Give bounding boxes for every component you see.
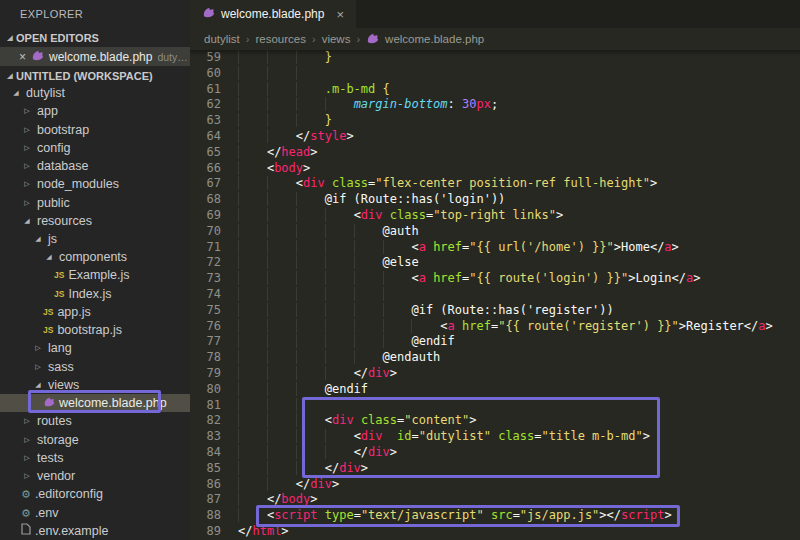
code-line[interactable]: 65 </head> (190, 145, 800, 161)
code-text: <div class="top-right links"> (238, 208, 563, 224)
tree-item-label: .env.example (35, 524, 108, 538)
section-open-editors[interactable]: ◢ OPEN EDITORS (0, 28, 190, 47)
chevron-collapsed-icon: ▷ (21, 472, 33, 480)
code-line[interactable]: 76 <a href="{{ route('register') }}">Reg… (190, 319, 800, 335)
code-line[interactable]: 78 @endauth (190, 350, 800, 366)
tree-item-bootstrap-js[interactable]: JSbootstrap.js (0, 321, 190, 339)
line-number: 66 (190, 161, 238, 177)
line-number: 86 (190, 477, 238, 493)
code-text: } (238, 50, 332, 66)
code-line[interactable]: 85 </div> (190, 461, 800, 477)
code-line[interactable]: 68 @if (Route::has('login')) (190, 192, 800, 208)
chevron-right-icon: › (312, 33, 316, 45)
code-line[interactable]: 89</html> (190, 524, 800, 540)
code-line[interactable]: 88 <script type="text/javascript" src="j… (190, 508, 800, 524)
tree-item--env-example[interactable]: .env.example (0, 522, 190, 540)
tree-item-database[interactable]: ▷database (0, 157, 190, 175)
tree-item--env[interactable]: ⚙.env (0, 503, 190, 521)
tree-item-resources[interactable]: ◢resources (0, 212, 190, 230)
code-text: </style> (238, 129, 354, 145)
tree-item-tests[interactable]: ▷tests (0, 449, 190, 467)
code-text: @if (Route::has('login')) (238, 192, 505, 208)
line-number: 63 (190, 113, 238, 129)
line-number: 67 (190, 176, 238, 192)
chevron-collapsed-icon: ▷ (21, 180, 33, 188)
code-line[interactable]: 62 margin-bottom: 30px; (190, 97, 800, 113)
breadcrumb-item-resources[interactable]: resources (255, 33, 306, 45)
code-line[interactable]: 59 } (190, 50, 800, 66)
tab-welcome-blade[interactable]: welcome.blade.php × (190, 0, 356, 28)
tree-item-app[interactable]: ▷app (0, 102, 190, 120)
code-line[interactable]: 70 @auth (190, 224, 800, 240)
tree-item--editorconfig[interactable]: ⚙.editorconfig (0, 485, 190, 503)
code-line[interactable]: 79 </div> (190, 366, 800, 382)
chevron-expanded-icon: ◢ (4, 72, 16, 80)
chevron-collapsed-icon: ▷ (21, 436, 33, 444)
breadcrumb-item-views[interactable]: views (322, 33, 351, 45)
tree-item-js[interactable]: ◢js (0, 230, 190, 248)
close-icon[interactable]: × (336, 7, 344, 22)
section-workspace[interactable]: ◢ UNTITLED (WORKSPACE) (0, 66, 190, 85)
code-line[interactable]: 87 </body> (190, 492, 800, 508)
code-line[interactable]: 84 </div> (190, 445, 800, 461)
tree-item-sass[interactable]: ▷sass (0, 358, 190, 376)
code-line[interactable]: 82 <div class="content"> (190, 413, 800, 429)
code-line[interactable]: 69 <div class="top-right links"> (190, 208, 800, 224)
tree-item-routes[interactable]: ▷routes (0, 412, 190, 430)
code-line[interactable]: 83 <div id="dutylist" class="title m-b-m… (190, 429, 800, 445)
close-icon[interactable]: × (19, 51, 26, 63)
tree-item-config[interactable]: ▷config (0, 139, 190, 157)
line-number: 85 (190, 461, 238, 477)
code-line[interactable]: 66 <body> (190, 161, 800, 177)
tree-item-label: welcome.blade.php (59, 396, 167, 410)
gear-icon: ⚙ (21, 489, 31, 499)
code-line[interactable]: 74 (190, 287, 800, 303)
code-text (238, 66, 325, 82)
tree-item-label: .editorconfig (35, 487, 103, 501)
tree-item-views[interactable]: ◢views (0, 376, 190, 394)
tree-item-bootstrap[interactable]: ▷bootstrap (0, 120, 190, 138)
tree-item-public[interactable]: ▷public (0, 193, 190, 211)
code-line[interactable]: 71 <a href="{{ url('/home') }}">Home</a> (190, 240, 800, 256)
open-editor-item[interactable]: × welcome.blade.php dutylis... (0, 47, 190, 66)
code-line[interactable]: 72 @else (190, 255, 800, 271)
tree-item-lang[interactable]: ▷lang (0, 339, 190, 357)
tree-item-vendor[interactable]: ▷vendor (0, 467, 190, 485)
tab-bar: welcome.blade.php × (190, 0, 800, 28)
tree-item-example-js[interactable]: JSExample.js (0, 266, 190, 284)
explorer-title: EXPLORER (0, 0, 190, 28)
tree-item-storage[interactable]: ▷storage (0, 430, 190, 448)
code-line[interactable]: 64 </style> (190, 129, 800, 145)
code-text: @auth (238, 224, 419, 240)
code-text: </html> (238, 524, 289, 540)
code-text: @endif (238, 382, 368, 398)
code-line[interactable]: 77 @endif (190, 334, 800, 350)
code-line[interactable]: 63 } (190, 113, 800, 129)
tree-item-components[interactable]: ◢components (0, 248, 190, 266)
code-line[interactable]: 86 </div> (190, 477, 800, 493)
tree-item-node-modules[interactable]: ▷node_modules (0, 175, 190, 193)
breadcrumb-item-dutylist[interactable]: dutylist (204, 33, 240, 45)
line-number: 68 (190, 192, 238, 208)
tree-item-app-js[interactable]: JSapp.js (0, 303, 190, 321)
code-text: <div class="flex-center position-ref ful… (238, 176, 657, 192)
tree-item-label: sass (48, 360, 74, 374)
code-line[interactable]: 80 @endif (190, 382, 800, 398)
tree-item-index-js[interactable]: JSIndex.js (0, 285, 190, 303)
code-line[interactable]: 61 .m-b-md { (190, 82, 800, 98)
line-number: 64 (190, 129, 238, 145)
code-line[interactable]: 67 <div class="flex-center position-ref … (190, 176, 800, 192)
line-number: 81 (190, 398, 238, 414)
blade-file-icon (31, 48, 44, 66)
tree-item-dutylist[interactable]: ◢dutylist (0, 84, 190, 102)
code-line[interactable]: 75 @if (Route::has('register')) (190, 303, 800, 319)
line-number: 59 (190, 50, 238, 66)
blade-file-icon (202, 6, 215, 22)
breadcrumb-item-file[interactable]: welcome.blade.php (385, 33, 484, 45)
chevron-collapsed-icon: ▷ (21, 162, 33, 170)
line-number: 83 (190, 429, 238, 445)
code-line[interactable]: 73 <a href="{{ route('login') }}">Login<… (190, 271, 800, 287)
tree-item-welcome-blade-php[interactable]: welcome.blade.php (0, 394, 190, 412)
code-line[interactable]: 81 (190, 398, 800, 414)
code-line[interactable]: 60 (190, 66, 800, 82)
